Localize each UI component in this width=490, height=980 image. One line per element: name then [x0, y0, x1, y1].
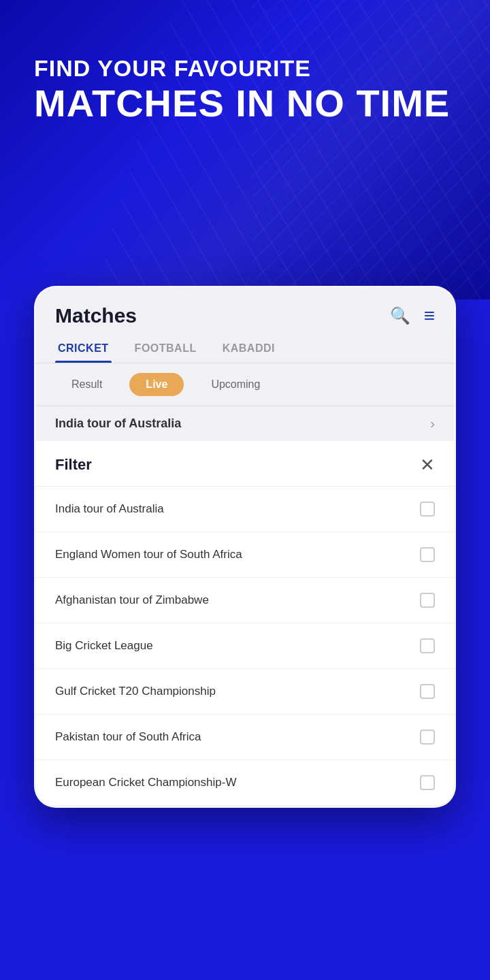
- app-header: Matches 🔍 ≡: [36, 288, 454, 336]
- filter-item-afghanistan-zimbabwe[interactable]: Afghanistan tour of Zimbabwe: [36, 578, 454, 623]
- filter-upcoming[interactable]: Upcoming: [195, 373, 276, 396]
- filter-label-england-women-sa: England Women tour of South Africa: [55, 548, 242, 561]
- filter-header: Filter ✕: [36, 441, 454, 487]
- chevron-icon: ›: [430, 416, 435, 431]
- filter-label-india-australia: India tour of Australia: [55, 502, 164, 516]
- filter-item-european-cricket-w[interactable]: European Cricket Championship-W: [36, 760, 454, 806]
- filter-result[interactable]: Result: [55, 373, 118, 396]
- filter-item-big-cricket-league[interactable]: Big Cricket League: [36, 623, 454, 669]
- checkbox-european-cricket-w[interactable]: [420, 775, 435, 790]
- sport-tabs: CRICKET FOOTBALL KABADDI: [36, 336, 454, 363]
- filter-item-india-australia[interactable]: India tour of Australia: [36, 487, 454, 532]
- filter-label-european-cricket-w: European Cricket Championship-W: [55, 776, 236, 789]
- filter-label-gulf-cricket: Gulf Cricket T20 Championship: [55, 685, 216, 698]
- tour-partial-label: India tour of Australia: [55, 416, 181, 431]
- phone-mockup-container: Matches 🔍 ≡ CRICKET FOOTBALL KABADDI Res…: [0, 286, 490, 808]
- hero-title: MATCHES IN NO TIME: [34, 82, 456, 125]
- filter-item-pakistan-sa[interactable]: Pakistan tour of South Africa: [36, 715, 454, 760]
- filter-live[interactable]: Live: [129, 373, 184, 396]
- checkbox-india-australia[interactable]: [420, 502, 435, 517]
- tab-kabaddi[interactable]: KABADDI: [220, 336, 278, 363]
- hero-text-block: FIND YOUR FAVOURITE MATCHES IN NO TIME: [0, 0, 490, 151]
- checkbox-big-cricket-league[interactable]: [420, 638, 435, 653]
- checkbox-afghanistan-zimbabwe[interactable]: [420, 593, 435, 608]
- menu-icon[interactable]: ≡: [424, 305, 435, 327]
- filter-item-gulf-cricket[interactable]: Gulf Cricket T20 Championship: [36, 669, 454, 715]
- search-icon[interactable]: 🔍: [390, 306, 410, 325]
- filter-panel: Filter ✕ India tour of Australia England…: [36, 441, 454, 806]
- filter-label-big-cricket-league: Big Cricket League: [55, 639, 153, 653]
- header-icons: 🔍 ≡: [390, 305, 435, 327]
- filter-label-afghanistan-zimbabwe: Afghanistan tour of Zimbabwe: [55, 593, 209, 607]
- checkbox-pakistan-sa[interactable]: [420, 730, 435, 745]
- hero-background: FIND YOUR FAVOURITE MATCHES IN NO TIME: [0, 0, 490, 299]
- checkbox-england-women-sa[interactable]: [420, 547, 435, 562]
- close-button[interactable]: ✕: [420, 456, 435, 474]
- tab-cricket[interactable]: CRICKET: [55, 336, 112, 363]
- filter-label-pakistan-sa: Pakistan tour of South Africa: [55, 730, 201, 744]
- checkbox-gulf-cricket[interactable]: [420, 684, 435, 699]
- match-filter-row: Result Live Upcoming: [36, 363, 454, 406]
- phone-mockup: Matches 🔍 ≡ CRICKET FOOTBALL KABADDI Res…: [34, 286, 456, 808]
- filter-title: Filter: [55, 456, 92, 474]
- app-title: Matches: [55, 304, 137, 327]
- tour-partial-header[interactable]: India tour of Australia ›: [36, 406, 454, 441]
- filter-list: India tour of Australia England Women to…: [36, 487, 454, 806]
- hero-subtitle: FIND YOUR FAVOURITE: [34, 54, 456, 82]
- tab-football[interactable]: FOOTBALL: [132, 336, 199, 363]
- filter-item-england-women-sa[interactable]: England Women tour of South Africa: [36, 532, 454, 578]
